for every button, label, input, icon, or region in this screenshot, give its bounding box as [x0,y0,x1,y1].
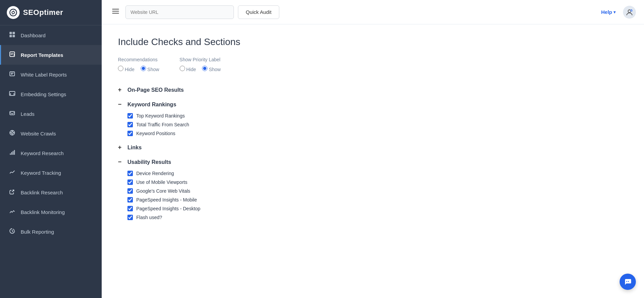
keyword-positions-checkbox[interactable] [127,131,133,136]
white-label-icon [8,71,16,78]
priority-hide-label: Hide [186,67,196,72]
page-title: Include Checks and Sections [118,37,628,47]
priority-show-label: Show [209,67,221,72]
recommendations-hide-radio[interactable] [118,66,123,71]
sidebar-item-bulk-reporting[interactable]: Bulk Reporting [0,222,102,241]
svg-rect-5 [10,52,15,57]
recommendations-hide-option[interactable]: Hide [118,66,135,72]
backlink-monitoring-icon [8,208,16,216]
plus-icon: + [118,144,125,151]
svg-rect-14 [14,150,15,155]
priority-label-heading: Show Priority Label [180,57,221,62]
options-row: Recommendations Hide Show Show Priority … [118,57,628,76]
flash-used-checkbox[interactable] [127,215,133,220]
recommendations-group: Recommendations Hide Show [118,57,159,76]
check-item-flash-used: Flash used? [118,213,628,222]
check-item-label: Keyword Positions [136,131,175,136]
check-item-label: Total Traffic From Search [136,122,189,127]
device-rendering-checkbox[interactable] [127,171,133,176]
svg-point-10 [11,132,13,134]
check-item-pagespeed-mobile: PageSpeed Insights - Mobile [118,195,628,204]
main-content: Include Checks and Sections Recommendati… [102,24,644,298]
check-item-label: Top Keyword Rankings [136,113,185,119]
logo-area: SEOptimer [0,0,102,25]
section-links[interactable]: + Links [118,143,628,152]
sidebar-item-website-crawls[interactable]: Website Crawls [0,124,102,143]
priority-hide-option[interactable]: Hide [180,66,196,72]
quick-audit-button[interactable]: Quick Audit [238,5,279,19]
section-label: Usability Results [127,159,171,165]
section-label: On-Page SEO Results [127,87,184,93]
total-traffic-checkbox[interactable] [127,122,133,127]
url-input[interactable] [125,5,234,19]
svg-point-0 [10,9,17,16]
pagespeed-desktop-checkbox[interactable] [127,206,133,211]
sidebar: SEOptimer Dashboard [0,0,102,298]
user-account-button[interactable] [623,6,636,19]
sidebar-item-leads[interactable]: Leads [0,104,102,124]
svg-rect-13 [13,151,14,155]
check-item-device-rendering: Device Rendering [118,169,628,178]
chat-bubble-button[interactable] [620,274,636,290]
dashboard-icon [8,31,16,39]
help-button[interactable]: Help ▾ [601,9,616,15]
bulk-reporting-icon [8,228,16,235]
report-templates-icon [8,51,16,59]
sidebar-item-label: Leads [21,111,35,117]
section-keyword-rankings[interactable]: − Keyword Rankings [118,100,628,109]
section-usability-results[interactable]: − Usability Results [118,157,628,167]
priority-radio-group: Hide Show [180,66,221,76]
embedding-icon [8,90,16,98]
svg-point-21 [628,281,629,282]
sidebar-item-label: Embedding Settings [21,91,66,97]
svg-rect-11 [10,153,11,155]
sidebar-item-keyword-research[interactable]: Keyword Research [0,143,102,163]
svg-rect-1 [9,32,12,34]
help-chevron-icon: ▾ [613,10,616,15]
priority-show-option[interactable]: Show [202,66,221,72]
recommendations-hide-label: Hide [125,67,135,72]
check-item-label: PageSpeed Insights - Desktop [136,206,200,211]
check-item-total-traffic: Total Traffic From Search [118,120,628,129]
main-area: Quick Audit Help ▾ Include Checks and Se… [102,0,644,298]
minus-icon: − [118,158,125,166]
svg-rect-4 [13,35,15,37]
sidebar-item-backlink-monitoring[interactable]: Backlink Monitoring [0,202,102,222]
hamburger-button[interactable] [110,5,121,19]
core-web-vitals-checkbox[interactable] [127,188,133,194]
nav-menu: Dashboard Report Templates White Labe [0,25,102,241]
recommendations-show-label: Show [147,67,159,72]
svg-rect-12 [11,152,12,155]
pagespeed-mobile-checkbox[interactable] [127,197,133,203]
sidebar-item-white-label[interactable]: White Label Reports [0,65,102,84]
priority-show-radio[interactable] [202,66,207,71]
leads-icon [8,110,16,118]
keyword-research-icon [8,149,16,157]
sidebar-item-label: Report Templates [21,52,63,58]
sidebar-item-dashboard[interactable]: Dashboard [0,25,102,45]
logo-icon [7,6,20,19]
svg-point-18 [628,10,631,13]
header: Quick Audit Help ▾ [102,0,644,24]
sidebar-item-report-templates[interactable]: Report Templates [0,45,102,65]
svg-rect-7 [9,91,15,95]
check-item-mobile-viewports: Use of Mobile Viewports [118,178,628,187]
section-on-page-seo[interactable]: + On-Page SEO Results [118,85,628,95]
recommendations-show-radio[interactable] [141,66,146,71]
mobile-viewports-checkbox[interactable] [127,179,133,185]
sidebar-item-keyword-tracking[interactable]: Keyword Tracking [0,163,102,183]
sidebar-item-label: Bulk Reporting [21,229,54,235]
svg-rect-2 [13,32,15,34]
sidebar-item-backlink-research[interactable]: Backlink Research [0,183,102,202]
recommendations-show-option[interactable]: Show [141,66,159,72]
website-crawls-icon [8,130,16,137]
sidebar-item-label: Backlink Research [21,190,63,195]
top-keyword-rankings-checkbox[interactable] [127,113,133,119]
section-label: Links [127,145,142,151]
priority-hide-radio[interactable] [180,66,185,71]
minus-icon: − [118,101,125,108]
sidebar-item-embedding[interactable]: Embedding Settings [0,84,102,104]
sidebar-item-label: White Label Reports [21,72,67,78]
help-label: Help [601,9,612,15]
keyword-rankings-items: Top Keyword Rankings Total Traffic From … [118,111,628,138]
